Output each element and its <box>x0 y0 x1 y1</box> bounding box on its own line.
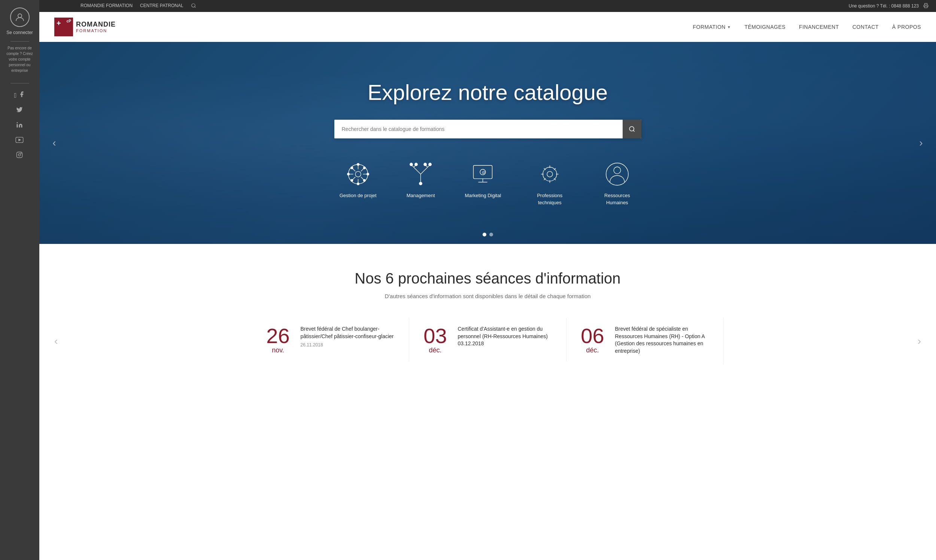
nav-temoignages[interactable]: TÉMOIGNAGES <box>744 24 785 30</box>
svg-line-31 <box>414 167 421 174</box>
carousel-arrow-left[interactable]: ‹ <box>47 132 62 154</box>
dot-2[interactable] <box>489 233 493 237</box>
logo-cp: cP <box>67 19 71 23</box>
logo[interactable]: + cP ROMANDIE FORMATION <box>54 18 116 36</box>
logo-main-text: ROMANDIE <box>76 21 116 29</box>
hero-title: Explorez notre catalogue <box>368 80 608 105</box>
session-title-2[interactable]: Certificat d'Assistant-e en gestion du p… <box>458 325 555 348</box>
session-title-1[interactable]: Brevet fédéral de Chef boulanger-pâtissi… <box>301 325 398 340</box>
nav-formation[interactable]: FORMATION ▼ <box>693 24 731 30</box>
linkedin-icon[interactable] <box>16 122 23 130</box>
gear-person-icon <box>537 161 563 187</box>
avatar-icon[interactable] <box>10 8 29 27</box>
svg-point-6 <box>21 153 22 154</box>
svg-point-5 <box>19 154 21 156</box>
search-button[interactable] <box>623 120 641 138</box>
session-date-1: 26 nov. <box>263 325 293 354</box>
svg-point-40 <box>424 163 426 166</box>
hero-section: ‹ › Explorez notre catalogue <box>39 42 936 244</box>
sessions-row: ‹ 26 nov. Brevet fédéral de Chef boulang… <box>54 318 921 365</box>
twitter-icon[interactable] <box>16 106 23 115</box>
svg-point-27 <box>363 179 365 182</box>
person-circle-icon <box>604 161 630 187</box>
session-card-3: 06 déc. Brevet fédéral de spécialiste en… <box>566 318 724 365</box>
svg-point-48 <box>547 171 553 177</box>
nav-financement[interactable]: FINANCEMENT <box>799 24 839 30</box>
category-marketing[interactable]: @ Marketing Digital <box>465 161 501 199</box>
svg-point-22 <box>357 163 359 166</box>
logo-plus: + <box>57 19 61 28</box>
session-month-3: déc. <box>586 346 599 354</box>
sidebar-divider-2 <box>11 83 29 83</box>
session-card-2: 03 déc. Certificat d'Assistant-e en gest… <box>409 318 566 362</box>
top-bar: ROMANDIE FORMATION CENTRE PATRONAL Une q… <box>39 0 936 12</box>
category-gestion-projet[interactable]: Gestion de projet <box>339 161 377 199</box>
svg-point-26 <box>351 167 353 169</box>
svg-point-10 <box>629 127 634 131</box>
session-info-3: Brevet fédéral de spécialiste en Ressour… <box>615 325 712 357</box>
info-subtitle: D'autres séances d'information sont disp… <box>54 293 921 299</box>
session-month-2: déc. <box>429 346 441 354</box>
svg-line-32 <box>421 167 428 174</box>
svg-rect-4 <box>17 152 22 158</box>
svg-point-37 <box>419 182 422 185</box>
category-professions[interactable]: Professions techniques <box>531 161 568 206</box>
session-day-2: 03 <box>423 325 447 346</box>
top-bar-nav: ROMANDIE FORMATION CENTRE PATRONAL <box>80 3 196 9</box>
login-label[interactable]: Se connecter <box>6 30 33 35</box>
instagram-icon[interactable] <box>16 151 23 160</box>
category-rh[interactable]: Ressources Humaines <box>598 161 636 206</box>
session-info-2: Certificat d'Assistant-e en gestion du p… <box>458 325 555 354</box>
session-datetext-1: 26.11.2018 <box>301 342 398 348</box>
category-management[interactable]: Management <box>407 161 435 199</box>
topbar-centre[interactable]: CENTRE PATRONAL <box>140 3 183 9</box>
logo-text: ROMANDIE FORMATION <box>76 21 116 34</box>
category-professions-label: Professions techniques <box>531 192 568 206</box>
formation-dropdown-arrow: ▼ <box>727 25 731 29</box>
category-gestion-label: Gestion de projet <box>339 192 377 199</box>
info-title: Nos 6 prochaines séances d'information <box>54 270 921 287</box>
svg-point-1 <box>17 122 18 123</box>
category-management-label: Management <box>407 192 435 199</box>
main-content: ROMANDIE FORMATION CENTRE PATRONAL Une q… <box>39 0 936 387</box>
svg-point-28 <box>363 167 365 169</box>
sessions-arrow-left[interactable]: ‹ <box>54 335 58 347</box>
dot-1[interactable] <box>483 233 486 237</box>
sidebar: Se connecter Pas encore de compte ? Crée… <box>0 0 39 387</box>
session-date-3: 06 déc. <box>578 325 608 357</box>
svg-rect-9 <box>925 6 927 8</box>
svg-text:@: @ <box>482 170 485 174</box>
logo-sub-text: FORMATION <box>76 28 116 33</box>
sessions-arrow-right[interactable]: › <box>917 335 921 347</box>
search-input[interactable] <box>334 120 623 138</box>
category-marketing-label: Marketing Digital <box>465 192 501 199</box>
svg-marker-3 <box>19 138 22 141</box>
svg-point-25 <box>367 173 369 175</box>
svg-point-7 <box>191 3 195 7</box>
carousel-dots <box>483 233 493 237</box>
svg-point-23 <box>357 183 359 185</box>
session-date-2: 03 déc. <box>421 325 450 354</box>
sidebar-divider-1 <box>11 41 29 42</box>
helm-icon <box>345 161 371 187</box>
top-bar-right: Une question ? Tél. : 0848 888 123 <box>849 3 928 9</box>
session-title-3[interactable]: Brevet fédéral de spécialiste en Ressour… <box>615 325 712 355</box>
nav-contact[interactable]: CONTACT <box>853 24 879 30</box>
svg-point-57 <box>614 167 621 174</box>
youtube-icon[interactable] <box>15 137 23 145</box>
carousel-arrow-right[interactable]: › <box>914 132 928 154</box>
svg-point-12 <box>355 171 361 177</box>
search-bar <box>334 120 641 138</box>
session-card-1: 26 nov. Brevet fédéral de Chef boulanger… <box>252 318 409 362</box>
facebook-icon[interactable]:  <box>14 91 25 100</box>
svg-point-24 <box>347 173 349 175</box>
print-icon[interactable] <box>923 3 928 9</box>
info-section: Nos 6 prochaines séances d'information D… <box>39 244 936 387</box>
topbar-romandie[interactable]: ROMANDIE FORMATION <box>80 3 133 9</box>
logo-icon: + cP <box>54 18 73 36</box>
session-month-1: nov. <box>272 346 284 354</box>
svg-point-58 <box>606 163 628 185</box>
register-text[interactable]: Pas encore de compte ? Créez votre compt… <box>0 45 39 73</box>
topbar-search-icon[interactable] <box>191 3 196 9</box>
nav-apropos[interactable]: À PROPOS <box>892 24 921 30</box>
